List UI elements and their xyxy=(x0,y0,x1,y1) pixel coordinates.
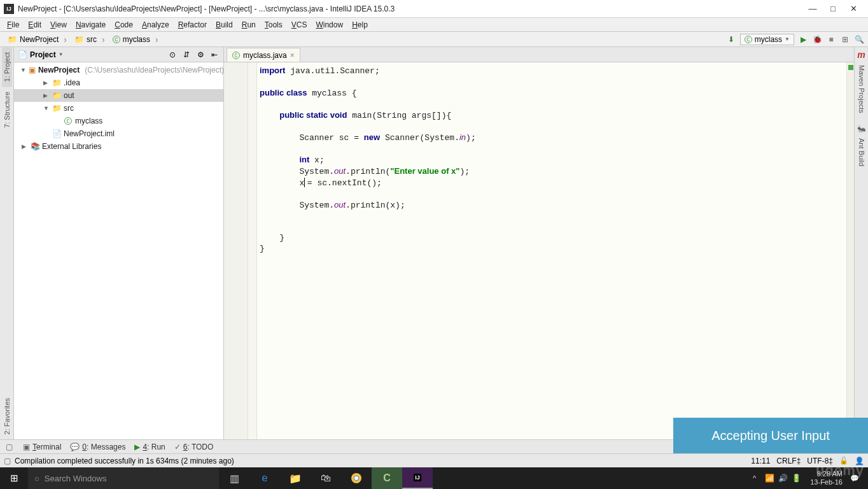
bottom-tool-run[interactable]: ▶4: Run xyxy=(134,443,165,451)
editor-tab-label: myclass.java xyxy=(243,51,287,60)
project-tool-tab[interactable]: 1: Project xyxy=(2,47,12,87)
tray-chevron-icon[interactable]: ^ xyxy=(749,474,760,482)
menu-refactor[interactable]: Refactor xyxy=(174,19,211,31)
breadcrumb-src[interactable]: 📁src› xyxy=(71,34,109,45)
menu-build[interactable]: Build xyxy=(211,19,237,31)
maven-icon: m xyxy=(857,47,865,60)
caret-position[interactable]: 11:11 xyxy=(751,457,770,465)
tree-node-newproject-iml[interactable]: 📄NewProject.iml xyxy=(14,127,223,140)
window-title: NewProject - [C:\Users\ashu\IdeaProjects… xyxy=(18,4,808,13)
menu-analyze[interactable]: Analyze xyxy=(137,19,174,31)
root-path: (C:\Users\ashu\IdeaProjects\NewProject) xyxy=(85,66,223,74)
menu-code[interactable]: Code xyxy=(110,19,137,31)
start-button[interactable]: ⊞ xyxy=(0,467,28,489)
taskbar-clock[interactable]: 8:28 AM 13-Feb-16 xyxy=(806,470,846,486)
windows-taskbar: ⊞ ○ Search Windows ▥ e 📁 🛍 C IJ ^ 📶 🔊 🔋 … xyxy=(0,467,868,489)
tool-windows-icon[interactable]: ▢ xyxy=(4,442,14,452)
status-icon: ▢ xyxy=(4,457,11,465)
menu-view[interactable]: View xyxy=(46,19,71,31)
edge-icon[interactable]: e xyxy=(249,467,280,489)
explorer-icon[interactable]: 📁 xyxy=(280,467,311,489)
tree-root[interactable]: ▼ ▣ NewProject (C:\Users\ashu\IdeaProjec… xyxy=(14,64,223,76)
hector-icon[interactable]: 👤 xyxy=(855,457,864,465)
tree-node-src[interactable]: ▼📁src xyxy=(14,102,223,115)
task-view-icon[interactable]: ▥ xyxy=(219,467,249,489)
bottom-tool-todo[interactable]: ✓6: TODO xyxy=(174,443,214,451)
line-separator[interactable]: CRLF‡ xyxy=(776,457,801,465)
notifications-icon[interactable]: 💬 xyxy=(846,474,863,483)
root-label: NewProject xyxy=(38,66,80,74)
scroll-from-source-icon[interactable]: ⊙ xyxy=(167,50,178,60)
menu-window[interactable]: Window xyxy=(311,19,347,31)
gear-icon[interactable]: ⚙ xyxy=(195,50,206,60)
store-icon[interactable]: 🛍 xyxy=(311,467,341,489)
project-view-icon: 📄 xyxy=(18,50,27,59)
chrome-icon[interactable] xyxy=(341,467,372,489)
menu-tools[interactable]: Tools xyxy=(260,19,287,31)
search-placeholder: Search Windows xyxy=(45,474,107,483)
chevron-down-icon: ▼ xyxy=(785,36,790,42)
menu-vcs[interactable]: VCS xyxy=(287,19,312,31)
breadcrumb-myclass[interactable]: cmyclass› xyxy=(109,34,162,45)
taskbar-search[interactable]: ○ Search Windows xyxy=(28,467,219,489)
chevron-down-icon[interactable]: ▼ xyxy=(59,52,64,57)
bottom-tool-terminal[interactable]: ▣Terminal xyxy=(23,443,61,451)
hide-icon[interactable]: ⇤ xyxy=(209,50,220,60)
ant-tool-tab[interactable]: Ant Build xyxy=(857,133,867,171)
status-bar: ▢ Compilation completed successfully in … xyxy=(0,453,868,467)
project-panel-title[interactable]: Project xyxy=(30,50,56,59)
favorites-tool-tab[interactable]: 2: Favorites xyxy=(2,393,12,439)
collapse-all-icon[interactable]: ⇵ xyxy=(181,50,192,60)
banner-text: Accepting User Input xyxy=(711,429,830,443)
menu-edit[interactable]: Edit xyxy=(24,19,46,31)
project-tree[interactable]: ▼ ▣ NewProject (C:\Users\ashu\IdeaProjec… xyxy=(14,62,223,439)
close-tab-icon[interactable]: × xyxy=(290,51,295,60)
menu-navigate[interactable]: Navigate xyxy=(71,19,110,31)
class-icon: c xyxy=(232,52,240,59)
project-structure-icon[interactable]: ⊞ xyxy=(840,34,850,45)
minimize-button[interactable]: — xyxy=(808,4,817,13)
window-titlebar: IJ NewProject - [C:\Users\ashu\IdeaProje… xyxy=(0,0,868,18)
external-libraries[interactable]: ▶ 📚 External Libraries xyxy=(14,140,223,153)
network-icon[interactable]: 📶 xyxy=(765,474,774,483)
debug-button-icon[interactable]: 🐞 xyxy=(812,34,822,45)
readonly-toggle-icon[interactable]: 🔓 xyxy=(839,457,848,465)
class-icon: c xyxy=(745,36,752,43)
intellij-icon: IJ xyxy=(4,4,14,14)
menu-file[interactable]: File xyxy=(3,19,24,31)
editor-gutter[interactable] xyxy=(224,62,248,439)
search-everywhere-icon[interactable]: 🔍 xyxy=(854,34,864,45)
make-project-icon[interactable]: ⬇ xyxy=(726,34,736,45)
run-config-label: myclass xyxy=(755,35,782,44)
clock-date: 13-Feb-16 xyxy=(810,478,843,486)
volume-icon[interactable]: 🔊 xyxy=(778,474,788,483)
close-button[interactable]: ✕ xyxy=(849,4,858,13)
maximize-button[interactable]: □ xyxy=(829,4,837,13)
battery-icon[interactable]: 🔋 xyxy=(792,474,801,483)
structure-tool-tab[interactable]: 7: Structure xyxy=(2,87,12,133)
run-button-icon[interactable]: ▶ xyxy=(798,34,808,45)
bottom-tool-messages[interactable]: 💬0: Messages xyxy=(70,443,125,451)
menu-help[interactable]: Help xyxy=(347,19,372,31)
editor-marker-bar[interactable] xyxy=(846,62,854,439)
tree-node-out[interactable]: ▶📁out xyxy=(14,89,223,102)
tree-node-myclass[interactable]: cmyclass xyxy=(14,115,223,127)
tutorial-banner: Accepting User Input xyxy=(673,418,868,453)
editor-fold-gutter[interactable] xyxy=(248,62,257,439)
editor-tab-myclass[interactable]: c myclass.java × xyxy=(227,48,300,62)
breadcrumb-newproject[interactable]: 📁NewProject› xyxy=(4,34,71,45)
file-encoding[interactable]: UTF-8‡ xyxy=(807,457,833,465)
maven-tool-tab[interactable]: Maven Projects xyxy=(857,60,867,118)
left-tool-strip: 1: Project 7: Structure 2: Favorites xyxy=(0,47,14,439)
menu-bar: FileEditViewNavigateCodeAnalyzeRefactorB… xyxy=(0,18,868,32)
status-message: Compilation completed successfully in 1s… xyxy=(15,457,234,465)
intellij-taskbar-icon[interactable]: IJ xyxy=(402,467,433,489)
camtasia-icon[interactable]: C xyxy=(372,467,402,489)
code-editor[interactable]: import java.util.Scanner; public class m… xyxy=(257,62,846,439)
stop-button-icon[interactable]: ■ xyxy=(826,34,836,45)
tree-node--idea[interactable]: ▶📁.idea xyxy=(14,76,223,89)
menu-run[interactable]: Run xyxy=(237,19,260,31)
project-tool-window: 📄 Project ▼ ⊙ ⇵ ⚙ ⇤ ▼ ▣ NewProject (C:\U… xyxy=(14,47,224,439)
run-configuration-selector[interactable]: c myclass ▼ xyxy=(740,34,794,45)
module-icon: ▣ xyxy=(29,66,36,74)
